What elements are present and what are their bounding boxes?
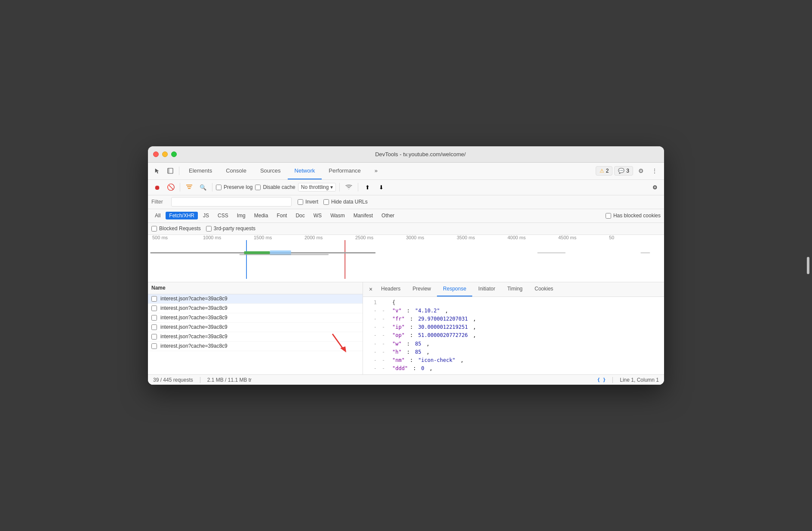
close-detail-button[interactable]: ×: [366, 285, 375, 293]
ruler-mark-3500: 3500 ms: [457, 235, 508, 240]
request-checkbox-1[interactable]: [151, 296, 157, 302]
invert-checkbox[interactable]: Invert: [298, 199, 318, 205]
type-filter-all[interactable]: All: [151, 212, 164, 219]
filter-icon[interactable]: [184, 182, 195, 193]
warning-count: 2: [606, 168, 609, 174]
request-item[interactable]: interest.json?cache=39ac8c9: [148, 313, 363, 323]
hide-data-urls-input[interactable]: [323, 199, 329, 205]
cursor-icon[interactable]: [151, 165, 163, 177]
ruler-mark-500: 500 ms: [152, 235, 203, 240]
svg-rect-8: [329, 252, 375, 253]
svg-rect-10: [640, 252, 650, 253]
json-line-fr: - - "fr" : 29.9700012207031 ,: [366, 315, 661, 323]
chat-badge[interactable]: 💬 3: [614, 166, 633, 176]
json-line-1: 1 {: [366, 299, 661, 307]
type-filter-media[interactable]: Media: [251, 212, 272, 219]
status-divider-1: [200, 377, 200, 383]
disable-cache-checkbox[interactable]: Disable cache: [255, 184, 295, 190]
throttle-select[interactable]: No throttling ▾: [298, 183, 336, 191]
request-checkbox-6[interactable]: [151, 343, 157, 349]
request-checkbox-3[interactable]: [151, 315, 157, 321]
has-blocked-cookies-checkbox[interactable]: Has blocked cookies: [606, 213, 661, 219]
timeline-area: 500 ms 1000 ms 1500 ms 2000 ms 2500 ms 3…: [148, 235, 664, 282]
detail-tab-headers[interactable]: Headers: [375, 282, 406, 297]
format-button[interactable]: { }: [597, 377, 606, 383]
preserve-log-input[interactable]: [216, 185, 221, 190]
request-list-header: Name: [148, 282, 363, 294]
type-filter-doc[interactable]: Doc: [292, 212, 308, 219]
invert-input[interactable]: [298, 199, 303, 205]
status-bar: 39 / 445 requests 2.1 MB / 11.1 MB tr { …: [148, 374, 664, 385]
more-options-icon[interactable]: ⋮: [649, 165, 661, 177]
request-checkbox-2[interactable]: [151, 306, 157, 311]
devtools-window: DevTools - tv.youtube.com/welcome/ Eleme…: [148, 146, 664, 385]
stop-button[interactable]: 🚫: [165, 182, 176, 193]
type-filter-img[interactable]: Img: [234, 212, 249, 219]
detail-tab-response[interactable]: Response: [437, 282, 472, 297]
minimize-button[interactable]: [162, 151, 168, 157]
window-title: DevTools - tv.youtube.com/welcome/: [182, 151, 659, 157]
filter-input[interactable]: [171, 197, 292, 207]
tab-console[interactable]: Console: [219, 162, 253, 179]
request-item[interactable]: interest.json?cache=39ac8c9: [148, 323, 363, 332]
ruler-mark-50: 50: [609, 235, 660, 240]
request-item[interactable]: interest.json?cache=39ac8c9: [148, 304, 363, 313]
request-item[interactable]: interest.json?cache=39ac8c9: [148, 332, 363, 342]
record-button[interactable]: ⏺: [151, 182, 163, 193]
filter-label: Filter: [151, 199, 169, 205]
timeline-chart[interactable]: [148, 240, 664, 279]
disable-cache-input[interactable]: [255, 185, 261, 190]
tab-more[interactable]: »: [368, 162, 384, 179]
warning-badge[interactable]: ⚠ 2: [596, 166, 613, 176]
type-filter-manifest[interactable]: Manifest: [350, 212, 376, 219]
ruler-mark-4500: 4500 ms: [558, 235, 609, 240]
json-line-ddd: - - "ddd" : 0 ,: [366, 364, 661, 373]
toolbar: ⏺ 🚫 🔍 Preserve log Disable cache No thro…: [148, 180, 664, 195]
third-party-input[interactable]: [206, 226, 212, 232]
request-name-3: interest.json?cache=39ac8c9: [160, 315, 359, 321]
tab-elements[interactable]: Elements: [182, 162, 219, 179]
has-blocked-cookies-input[interactable]: [606, 213, 611, 219]
request-name-5: interest.json?cache=39ac8c9: [160, 333, 359, 340]
ruler-mark-1000: 1000 ms: [203, 235, 254, 240]
zoom-button[interactable]: [171, 151, 177, 157]
tab-performance[interactable]: Performance: [322, 162, 367, 179]
wifi-icon[interactable]: [343, 182, 354, 193]
settings-icon[interactable]: ⚙: [635, 165, 647, 177]
nav-right: ⚠ 2 💬 3 ⚙ ⋮: [596, 165, 661, 177]
request-checkbox-5[interactable]: [151, 334, 157, 340]
json-line-nm: - - "nm" : "icon-check" ,: [366, 356, 661, 364]
search-icon[interactable]: 🔍: [197, 182, 209, 193]
detail-tab-timing[interactable]: Timing: [501, 282, 529, 297]
detail-tab-preview[interactable]: Preview: [406, 282, 437, 297]
type-filter-wasm[interactable]: Wasm: [327, 212, 348, 219]
type-filter-ws[interactable]: WS: [310, 212, 325, 219]
settings-gear-icon[interactable]: ⚙: [649, 182, 661, 193]
type-filter-css[interactable]: CSS: [214, 212, 232, 219]
upload-icon[interactable]: ⬆: [362, 182, 373, 193]
detail-tab-cookies[interactable]: Cookies: [529, 282, 559, 297]
third-party-checkbox[interactable]: 3rd-party requests: [206, 225, 255, 232]
close-button[interactable]: [153, 151, 159, 157]
type-filter-font[interactable]: Font: [273, 212, 290, 219]
tab-network[interactable]: Network: [288, 162, 322, 179]
request-item[interactable]: interest.json?cache=39ac8c9: [148, 294, 363, 304]
request-checkbox-4[interactable]: [151, 324, 157, 330]
json-line-h: - - "h" : 85 ,: [366, 348, 661, 356]
blocked-requests-checkbox[interactable]: Blocked Requests: [151, 225, 201, 232]
warning-icon: ⚠: [600, 168, 604, 174]
preserve-log-checkbox[interactable]: Preserve log: [216, 184, 252, 190]
nav-bar: Elements Console Sources Network Perform…: [148, 163, 664, 180]
type-filter-fetch-xhr[interactable]: Fetch/XHR: [166, 212, 198, 219]
dock-icon[interactable]: [164, 165, 176, 177]
tab-sources[interactable]: Sources: [253, 162, 288, 179]
download-icon[interactable]: ⬇: [375, 182, 387, 193]
blocked-requests-input[interactable]: [151, 226, 157, 232]
request-items: interest.json?cache=39ac8c9 interest.jso…: [148, 294, 363, 375]
request-item[interactable]: interest.json?cache=39ac8c9: [148, 342, 363, 351]
timeline-ruler: 500 ms 1000 ms 1500 ms 2000 ms 2500 ms 3…: [148, 235, 664, 240]
type-filter-other[interactable]: Other: [378, 212, 398, 219]
type-filter-js[interactable]: JS: [200, 212, 212, 219]
hide-data-urls-checkbox[interactable]: Hide data URLs: [323, 199, 368, 205]
detail-tab-initiator[interactable]: Initiator: [472, 282, 501, 297]
